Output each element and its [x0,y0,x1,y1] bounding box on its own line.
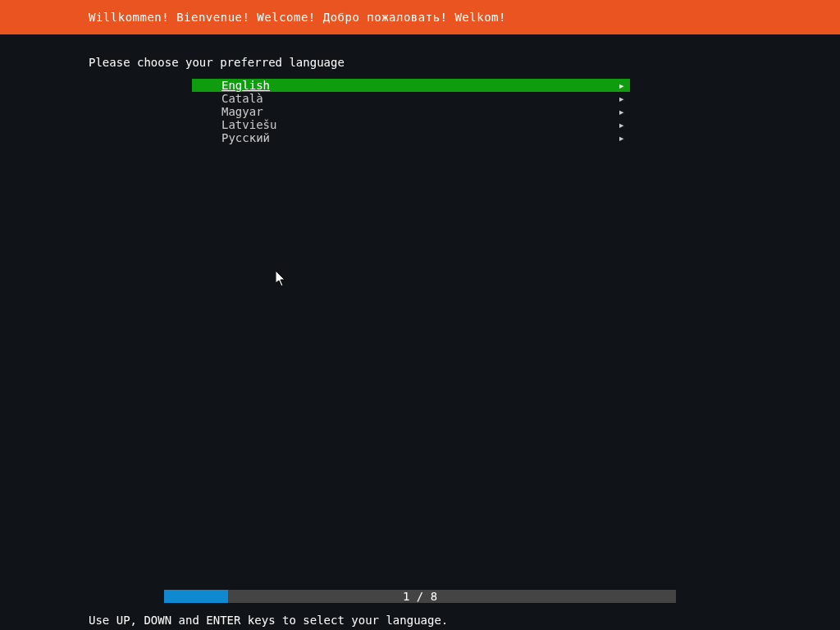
language-label: Latviešu [221,118,276,131]
language-prompt: Please choose your preferred language [89,56,345,69]
language-option-latviesu[interactable]: Latviešu ▸ [192,118,630,131]
language-menu[interactable]: English ▸ Català ▸ Magyar ▸ Latviešu ▸ Р… [192,79,630,144]
chevron-right-icon: ▸ [619,105,625,118]
footer-hint: Use UP, DOWN and ENTER keys to select yo… [89,614,448,627]
chevron-right-icon: ▸ [619,92,625,105]
installer-screen: { "header": { "title": "Willkommen! Bien… [0,0,840,630]
chevron-right-icon: ▸ [619,131,625,144]
chevron-right-icon: ▸ [619,79,625,92]
language-option-russian[interactable]: Русский ▸ [192,131,630,144]
language-label: English [221,79,270,92]
progress-label: 1 / 8 [164,590,676,603]
language-option-magyar[interactable]: Magyar ▸ [192,105,630,118]
header-title: Willkommen! Bienvenue! Welcome! Добро по… [89,11,506,24]
mouse-cursor-icon [276,271,287,287]
language-option-catala[interactable]: Català ▸ [192,92,630,105]
progress-bar: 1 / 8 [164,590,676,603]
language-label: Magyar [221,105,263,118]
header-bar: Willkommen! Bienvenue! Welcome! Добро по… [0,0,840,34]
language-label: Русский [221,131,270,144]
chevron-right-icon: ▸ [619,118,625,131]
language-label: Català [221,92,263,105]
language-option-english[interactable]: English ▸ [192,79,630,92]
